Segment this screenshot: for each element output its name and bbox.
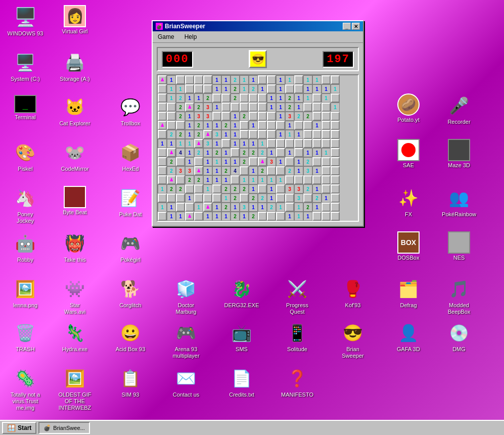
mine-cell[interactable]: 1 xyxy=(240,139,249,148)
mine-cell[interactable]: 2 xyxy=(194,103,203,112)
mine-cell[interactable]: ♟ xyxy=(258,157,267,166)
icon-catexplorer[interactable]: 🐱 Cat Explorer xyxy=(55,95,95,127)
icon-systemc[interactable]: 🖥️ System (C:) xyxy=(5,51,45,82)
mine-cell[interactable]: 2 xyxy=(231,84,240,93)
mine-cell[interactable] xyxy=(322,139,331,148)
mine-cell[interactable]: 2 xyxy=(312,194,322,203)
mine-cell[interactable]: 2 xyxy=(176,112,185,121)
icon-corglitch[interactable]: 🐕 Corglitch xyxy=(110,277,151,309)
smiley-button[interactable]: 😎 xyxy=(249,50,267,68)
mine-cell[interactable] xyxy=(331,175,340,184)
icon-gafa3d[interactable]: 👤 GAFA 3D xyxy=(388,321,429,353)
mine-cell[interactable] xyxy=(185,184,194,194)
mine-cell[interactable] xyxy=(331,157,340,166)
mine-cell[interactable]: 1 xyxy=(249,121,258,130)
mine-cell[interactable]: 1 xyxy=(203,166,212,175)
mine-cell[interactable]: 2 xyxy=(249,84,258,93)
mine-cell[interactable]: 1 xyxy=(276,103,285,112)
mine-cell[interactable] xyxy=(303,130,312,139)
mine-cell[interactable] xyxy=(294,84,303,93)
mine-cell[interactable] xyxy=(312,103,322,112)
mine-cell[interactable]: 2 xyxy=(194,175,203,184)
mine-cell[interactable] xyxy=(312,130,322,139)
mine-cell[interactable]: ♟ xyxy=(194,166,203,175)
mine-cell[interactable] xyxy=(276,212,285,221)
mine-cell[interactable]: 2 xyxy=(176,103,185,112)
icon-creditstxt[interactable]: 📄 Credits.txt xyxy=(221,366,262,398)
mine-cell[interactable] xyxy=(258,103,267,112)
mine-cell[interactable]: 2 xyxy=(185,175,194,184)
mine-cell[interactable] xyxy=(231,175,240,184)
mine-cell[interactable]: 2 xyxy=(249,194,258,203)
mine-cell[interactable]: 1 xyxy=(176,139,185,148)
mine-cell[interactable] xyxy=(185,84,194,93)
mine-cell[interactable]: 1 xyxy=(322,148,331,157)
mine-cell[interactable]: 1 xyxy=(167,212,176,221)
mine-cell[interactable] xyxy=(158,112,167,121)
mine-cell[interactable]: 1 xyxy=(322,84,331,93)
icon-defrag[interactable]: 🗂️ Defrag xyxy=(388,277,429,309)
mine-cell[interactable]: ♟ xyxy=(185,103,194,112)
icon-bytebeat[interactable]: Byte Beat xyxy=(55,186,95,216)
mine-cell[interactable]: 3 xyxy=(203,139,212,148)
mine-cell[interactable]: 1 xyxy=(212,175,221,184)
mine-cell[interactable] xyxy=(322,166,331,175)
mine-cell[interactable]: 1 xyxy=(203,212,212,221)
mine-cell[interactable]: 1 xyxy=(331,84,340,93)
icon-trash[interactable]: 🗑️ TRASH xyxy=(5,321,45,353)
mine-cell[interactable] xyxy=(285,175,294,184)
mine-cell[interactable] xyxy=(176,121,185,130)
icon-starwars[interactable]: 👾 StarWars.avi xyxy=(55,277,95,315)
mine-cell[interactable] xyxy=(203,75,212,84)
mine-cell[interactable]: 1 xyxy=(285,130,294,139)
mine-cell[interactable] xyxy=(203,194,212,203)
mine-cell[interactable] xyxy=(303,121,312,130)
mine-cell[interactable]: 1 xyxy=(294,203,303,212)
mine-cell[interactable] xyxy=(285,157,294,166)
mine-cell[interactable]: 1 xyxy=(231,130,240,139)
mine-cell[interactable]: 1 xyxy=(303,148,312,157)
mine-cell[interactable] xyxy=(240,166,249,175)
mine-cell[interactable] xyxy=(194,194,203,203)
mine-cell[interactable]: 1 xyxy=(294,103,303,112)
icon-virtualgirl[interactable]: 👩 Virtual Girl xyxy=(55,5,95,35)
mine-cell[interactable] xyxy=(322,184,331,194)
icon-robby[interactable]: 🤖 Robby xyxy=(5,231,45,263)
icon-oldestgif[interactable]: 🖼️ OLDEST GIFOF THEINTERWEBZ xyxy=(55,366,95,412)
mine-cell[interactable] xyxy=(331,112,340,121)
icon-hexed[interactable]: 📦 HexEd xyxy=(110,140,151,172)
mine-cell[interactable]: 1 xyxy=(285,121,294,130)
mine-cell[interactable]: 2 xyxy=(240,112,249,121)
mine-cell[interactable]: 1 xyxy=(185,139,194,148)
mine-cell[interactable]: 3 xyxy=(240,203,249,212)
icon-pokegirl[interactable]: 🎮 Pokégirl xyxy=(110,231,151,263)
mine-cell[interactable]: 1 xyxy=(167,203,176,212)
mine-cell[interactable] xyxy=(194,84,203,93)
mine-cell[interactable]: ♟ xyxy=(167,175,176,184)
mine-cell[interactable]: ♟ xyxy=(158,121,167,130)
mine-cell[interactable]: 2 xyxy=(258,166,267,175)
mine-cell[interactable] xyxy=(322,121,331,130)
mine-cell[interactable] xyxy=(258,93,267,103)
mine-cell[interactable] xyxy=(331,75,340,84)
icon-contactus[interactable]: ✉️ Contact us xyxy=(166,366,206,398)
mine-cell[interactable]: 2 xyxy=(167,157,176,166)
mine-cell[interactable]: 2 xyxy=(203,93,212,103)
mine-cell[interactable]: 2 xyxy=(221,166,231,175)
icon-maze3d[interactable]: Maze 3D xyxy=(439,139,479,169)
mine-cell[interactable] xyxy=(240,194,249,203)
mine-cell[interactable]: 1 xyxy=(158,139,167,148)
mine-cell[interactable]: 1 xyxy=(267,175,276,184)
mine-cell[interactable]: 2 xyxy=(194,130,203,139)
icon-totallynotavirus[interactable]: 🦠 Totally not avirus.Trustme.img xyxy=(5,366,45,412)
mine-cell[interactable]: 1 xyxy=(267,148,276,157)
mine-cell[interactable] xyxy=(331,194,340,203)
icon-arena93[interactable]: 🎮 Arena 93multiplayer xyxy=(166,321,206,359)
mine-cell[interactable] xyxy=(331,203,340,212)
mine-cell[interactable] xyxy=(303,139,312,148)
mine-cell[interactable] xyxy=(221,112,231,121)
mine-cell[interactable]: 1 xyxy=(221,148,231,157)
mine-cell[interactable]: 1 xyxy=(249,166,258,175)
mine-cell[interactable] xyxy=(258,121,267,130)
icon-pukedat[interactable]: 📝 Puke Dat xyxy=(110,186,151,218)
